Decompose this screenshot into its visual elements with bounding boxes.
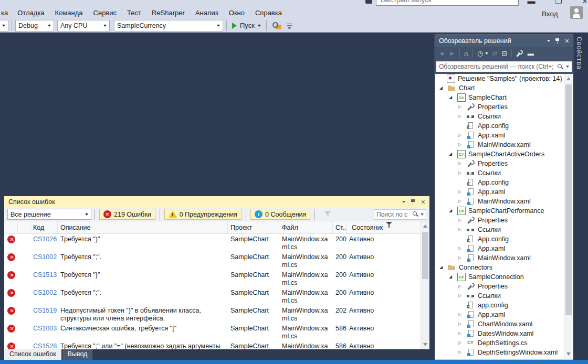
find-in-solution-icon[interactable] xyxy=(272,22,281,30)
scroll-down-icon[interactable] xyxy=(423,343,427,346)
collapse-all-icon[interactable]: ⊟ xyxy=(502,50,507,57)
platform-combo[interactable]: Any CPU xyxy=(57,20,110,31)
filter-funnel-icon[interactable] xyxy=(385,221,392,233)
error-row[interactable]: ✕ CS1528 Требуется ";" или "=" (невозмож… xyxy=(4,340,421,349)
startup-project-combo[interactable]: SampleCurrency xyxy=(114,20,223,31)
tree-item[interactable]: MainWindow.xaml xyxy=(436,140,564,149)
menu-item[interactable]: Анализ xyxy=(190,9,224,17)
menu-item[interactable]: Отладка xyxy=(12,9,49,17)
feedback-icon[interactable] xyxy=(365,0,372,4)
expander-icon[interactable] xyxy=(456,216,464,225)
chevron-down-icon[interactable] xyxy=(485,52,488,55)
menu-item[interactable]: Окно xyxy=(224,9,250,17)
tree-item[interactable]: Properties xyxy=(436,159,564,168)
pin-icon[interactable] xyxy=(555,38,560,44)
column-header-file[interactable]: Файл xyxy=(279,221,333,233)
error-code-link[interactable]: CS1528 xyxy=(30,342,58,349)
column-header-code[interactable]: Код xyxy=(30,221,58,233)
tree-item[interactable]: app.config xyxy=(436,301,564,310)
expander-icon[interactable] xyxy=(456,102,464,112)
tree-item[interactable]: Ссылки xyxy=(436,112,564,121)
expander-icon[interactable] xyxy=(456,348,464,357)
sync-icon[interactable]: ⇄ xyxy=(492,50,498,57)
expander-icon[interactable] xyxy=(446,93,455,102)
warnings-filter-button[interactable]: 0 Предупреждения xyxy=(164,209,242,220)
toolbar-options-icon[interactable] xyxy=(287,22,293,29)
menu-item-partial[interactable]: ка xyxy=(0,9,12,17)
tree-item[interactable]: Chart xyxy=(436,83,564,93)
tree-item[interactable]: DatesWindow.xaml xyxy=(436,329,564,338)
solution-tree-scrollbar[interactable] xyxy=(564,74,572,359)
tree-item[interactable]: App.config xyxy=(436,121,564,131)
scroll-up-icon[interactable] xyxy=(566,77,571,80)
pin-icon[interactable] xyxy=(411,199,416,205)
menu-item[interactable]: Сервис xyxy=(88,9,122,17)
run-button[interactable]: Пуск xyxy=(230,22,263,29)
tree-item[interactable]: Решение "Samples" (проектов: 14) xyxy=(436,74,564,83)
tree-item[interactable]: DepthSettingsWindow.xaml xyxy=(436,348,564,357)
user-avatar[interactable] xyxy=(570,6,583,19)
window-position-icon[interactable] xyxy=(402,201,405,203)
tree-item[interactable]: App.xaml xyxy=(436,131,564,140)
tree-item[interactable]: MainWindow.xaml xyxy=(436,253,564,263)
preview-selected-icon[interactable]: ▬ xyxy=(528,50,534,57)
expander-icon[interactable] xyxy=(456,310,464,319)
tree-item[interactable]: Properties xyxy=(436,282,564,291)
expander-icon[interactable] xyxy=(446,206,455,216)
partial-combo[interactable] xyxy=(0,20,8,31)
tree-item[interactable]: Properties xyxy=(436,102,564,112)
tree-item[interactable]: SampleChartPerformance xyxy=(436,206,564,216)
expander-icon[interactable] xyxy=(456,319,464,329)
error-code-link[interactable]: CS1519 xyxy=(30,307,58,314)
expander-icon[interactable] xyxy=(456,168,464,178)
scrollbar-thumb[interactable] xyxy=(422,232,428,279)
expander-icon[interactable] xyxy=(456,197,464,206)
expander-icon[interactable] xyxy=(456,225,464,234)
scrollbar-thumb[interactable] xyxy=(565,84,572,315)
tree-item[interactable]: MainWindow.xaml xyxy=(436,197,564,206)
home-icon[interactable]: ⌂ xyxy=(464,50,468,57)
expander-icon[interactable] xyxy=(446,272,455,282)
tree-item[interactable]: App.config xyxy=(436,234,564,244)
menu-item[interactable]: Команда xyxy=(50,9,88,17)
error-search-box[interactable]: Поиск по с xyxy=(374,209,426,220)
scroll-down-icon[interactable] xyxy=(566,352,571,356)
error-code-link[interactable]: CS1003 xyxy=(30,325,58,332)
expander-icon[interactable] xyxy=(446,149,455,159)
expander-icon[interactable] xyxy=(456,244,464,253)
bottom-tab[interactable]: Вывод xyxy=(62,349,93,360)
maximize-button[interactable]: ❐ xyxy=(553,0,564,6)
tree-item[interactable]: Connectors xyxy=(436,263,564,272)
errors-filter-button[interactable]: ✕ 219 Ошибки xyxy=(99,209,155,220)
scope-combo[interactable]: Все решение xyxy=(7,209,91,220)
tree-item[interactable]: SampleConnection xyxy=(436,272,564,282)
expander-icon[interactable] xyxy=(456,291,464,301)
menu-item[interactable]: Тест xyxy=(122,9,146,17)
error-row[interactable]: ✕ CS1003 Синтаксическая ошибка, требуетс… xyxy=(4,323,421,340)
error-list-scrollbar[interactable] xyxy=(421,221,429,349)
error-code-link[interactable]: CS1002 xyxy=(30,253,58,261)
solution-search-box[interactable]: Обозреватель решений — поиск (Ctrl+; xyxy=(436,61,572,72)
tree-item[interactable]: SampleChart xyxy=(436,93,564,102)
quick-launch-box[interactable]: Быстрый запуск xyxy=(376,0,519,6)
error-code-link[interactable]: CS1513 xyxy=(30,271,58,279)
forward-icon[interactable]: ► xyxy=(449,50,455,57)
tree-item[interactable]: Ссылки xyxy=(436,291,564,301)
expander-icon[interactable] xyxy=(456,187,464,197)
column-header-state[interactable]: Состояние по... xyxy=(346,221,395,233)
column-header-project[interactable]: Проект xyxy=(228,221,279,233)
sign-in-link[interactable]: Вход xyxy=(542,10,558,18)
menu-item[interactable]: ReSharper xyxy=(146,9,190,17)
tree-item[interactable]: SampleChartActiveOrders xyxy=(436,149,564,159)
tree-item[interactable]: ChartWindow.xaml xyxy=(436,319,564,329)
tree-item[interactable]: App.xaml xyxy=(436,244,564,253)
back-icon[interactable]: ◄ xyxy=(438,50,445,57)
properties-wrench-icon[interactable] xyxy=(516,50,523,57)
tree-item[interactable]: Ссылки xyxy=(436,225,564,234)
expander-icon[interactable] xyxy=(437,263,445,272)
configuration-combo[interactable]: Debug xyxy=(15,20,54,31)
tree-item[interactable]: Properties xyxy=(436,216,564,225)
expander-icon[interactable] xyxy=(456,131,464,140)
error-code-link[interactable]: CS1026 xyxy=(30,235,58,243)
error-row[interactable]: ✕ CS1002 Требуется ";". SampleChart Main… xyxy=(4,287,421,305)
